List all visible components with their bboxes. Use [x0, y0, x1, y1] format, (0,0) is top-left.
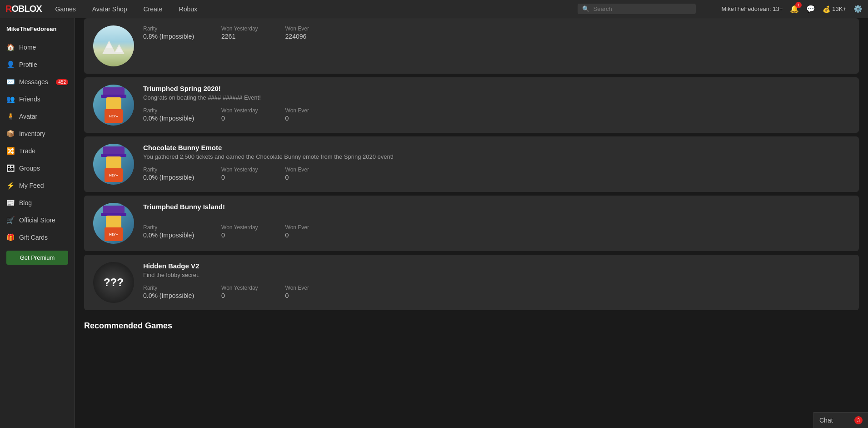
badge-title-2: Chocolate Bunny Emote: [143, 144, 850, 151]
sidebar-label-gift-cards: Gift Cards: [19, 234, 48, 241]
robux-display[interactable]: 💰 13K+: [823, 5, 846, 13]
stat-won-ever-1: Won Ever 0: [285, 107, 309, 122]
sidebar-item-my-feed[interactable]: ⚡ My Feed: [0, 177, 75, 194]
won-ever-label-4: Won Ever: [285, 285, 309, 291]
sidebar-username: MikeTheFedorean: [0, 24, 75, 39]
chat-label: Chat: [819, 417, 833, 424]
sidebar-label-messages: Messages: [19, 78, 48, 86]
badge-info-2: Chocolate Bunny Emote You gathered 2,500…: [143, 144, 850, 181]
badge-card-4: ??? Hidden Badge V2 Find the lobby secre…: [84, 255, 859, 310]
home-icon: 🏠: [6, 43, 15, 51]
won-yesterday-value-4: 0: [221, 292, 258, 299]
badge-desc-4: Find the lobby secret.: [143, 272, 850, 278]
badge-image-3: HEY∞: [93, 203, 134, 244]
badge-stats-0: Rarity 0.8% (Impossible) Won Yesterday 2…: [143, 25, 850, 40]
won-yesterday-label-2: Won Yesterday: [221, 166, 258, 173]
messages-icon: ✉️: [6, 78, 15, 86]
chat-panel[interactable]: Chat 3: [813, 412, 868, 428]
stat-won-yesterday-2: Won Yesterday 0: [221, 166, 258, 181]
sidebar-label-trade: Trade: [19, 147, 35, 155]
recommended-games-title: Recommended Games: [84, 314, 859, 335]
stat-won-yesterday-3: Won Yesterday 0: [221, 224, 258, 239]
won-yesterday-label-3: Won Yesterday: [221, 224, 258, 231]
badge-card-3: HEY∞ Triumphed Bunny Island! Rarity 0.0%…: [84, 196, 859, 251]
nav-avatar-shop[interactable]: Avatar Shop: [90, 4, 130, 15]
roblox-logo: ROBLOX: [5, 4, 42, 14]
search-icon: 🔍: [582, 5, 589, 12]
stat-rarity-4: Rarity 0.0% (Impossible): [143, 285, 194, 299]
stat-won-ever-3: Won Ever 0: [285, 224, 309, 239]
won-ever-value-4: 0: [285, 292, 309, 299]
won-yesterday-label-1: Won Yesterday: [221, 107, 258, 114]
sidebar-item-inventory[interactable]: 📦 Inventory: [0, 125, 75, 142]
sidebar-label-groups: Groups: [19, 165, 40, 172]
gift-cards-icon: 🎁: [6, 233, 15, 242]
search-box: 🔍: [578, 4, 696, 14]
my-feed-icon: ⚡: [6, 181, 15, 190]
search-input[interactable]: [593, 5, 691, 12]
won-yesterday-label-4: Won Yesterday: [221, 285, 258, 291]
profile-icon: 👤: [6, 60, 15, 69]
stat-won-ever-4: Won Ever 0: [285, 285, 309, 299]
robux-icon: 💰: [823, 5, 830, 13]
stat-won-yesterday-1: Won Yesterday 0: [221, 107, 258, 122]
won-ever-label-1: Won Ever: [285, 107, 309, 114]
badge-stats-2: Rarity 0.0% (Impossible) Won Yesterday 0…: [143, 166, 850, 181]
stat-rarity-2: Rarity 0.0% (Impossible): [143, 166, 194, 181]
badge-image-0: [93, 25, 134, 66]
sidebar-label-home: Home: [19, 44, 36, 51]
won-ever-value-2: 0: [285, 174, 309, 181]
sidebar-label-friends: Friends: [19, 96, 40, 103]
sidebar-item-blog[interactable]: 📰 Blog: [0, 194, 75, 211]
sidebar-item-friends[interactable]: 👥 Friends: [0, 91, 75, 108]
nav-robux[interactable]: Robux: [176, 4, 200, 15]
trade-icon: 🔀: [6, 147, 15, 155]
sidebar-item-home[interactable]: 🏠 Home: [0, 39, 75, 56]
won-yesterday-value-3: 0: [221, 232, 258, 239]
nav-create[interactable]: Create: [141, 4, 165, 15]
badge-desc-1: Congrats on beating the #### ###### Even…: [143, 94, 850, 101]
badge-title-3: Triumphed Bunny Island!: [143, 203, 850, 211]
won-ever-label-2: Won Ever: [285, 166, 309, 173]
rarity-value-0: 0.8% (Impossible): [143, 33, 194, 40]
sidebar-label-inventory: Inventory: [19, 130, 45, 137]
badge-image-2: HEY∞: [93, 144, 134, 185]
rarity-value-1: 0.0% (Impossible): [143, 115, 194, 122]
rarity-label-4: Rarity: [143, 285, 194, 291]
robux-amount: 13K+: [832, 5, 846, 12]
stat-won-yesterday-0: Won Yesterday 2261: [221, 25, 258, 40]
notifications-icon[interactable]: 🔔 1: [790, 5, 799, 13]
chat-icon-nav[interactable]: 💬: [806, 5, 815, 13]
sidebar-item-avatar[interactable]: 🧍 Avatar: [0, 108, 75, 125]
sidebar-item-trade[interactable]: 🔀 Trade: [0, 142, 75, 160]
sidebar-item-messages[interactable]: ✉️ Messages 452: [0, 73, 75, 91]
sidebar-item-gift-cards[interactable]: 🎁 Gift Cards: [0, 229, 75, 246]
chat-badge: 3: [854, 416, 863, 424]
stat-rarity-1: Rarity 0.0% (Impossible): [143, 107, 194, 122]
badge-title-1: Triumphed Spring 2020!: [143, 85, 850, 92]
sidebar-label-profile: Profile: [19, 61, 37, 68]
settings-icon[interactable]: ⚙️: [853, 5, 863, 13]
nav-games[interactable]: Games: [53, 4, 79, 15]
user-display-name: MikeTheFedorean: 13+: [721, 5, 783, 12]
blog-icon: 📰: [6, 199, 15, 207]
badge-stats-3: Rarity 0.0% (Impossible) Won Yesterday 0…: [143, 224, 850, 239]
won-ever-label-0: Won Ever: [285, 25, 309, 32]
stat-rarity-0: Rarity 0.8% (Impossible): [143, 25, 194, 40]
sidebar-item-profile[interactable]: 👤 Profile: [0, 56, 75, 73]
rarity-label-0: Rarity: [143, 25, 194, 32]
sidebar-item-groups[interactable]: 👪 Groups: [0, 160, 75, 177]
badge-desc-2: You gathered 2,500 tickets and earned th…: [143, 153, 850, 160]
badge-image-1: HEY∞: [93, 85, 134, 126]
get-premium-button[interactable]: Get Premium: [6, 251, 68, 265]
main-content: Rarity 0.8% (Impossible) Won Yesterday 2…: [75, 18, 868, 428]
badge-stats-4: Rarity 0.0% (Impossible) Won Yesterday 0…: [143, 285, 850, 299]
sidebar-item-official-store[interactable]: 🛒 Official Store: [0, 211, 75, 229]
rarity-label-3: Rarity: [143, 224, 194, 231]
badge-card-2: HEY∞ Chocolate Bunny Emote You gathered …: [84, 136, 859, 192]
badge-info-3: Triumphed Bunny Island! Rarity 0.0% (Imp…: [143, 203, 850, 239]
stat-won-ever-0: Won Ever 224096: [285, 25, 309, 40]
badge-card-1: HEY∞ Triumphed Spring 2020! Congrats on …: [84, 77, 859, 133]
hidden-badge-icon: ???: [104, 276, 124, 289]
top-navigation: ROBLOX Games Avatar Shop Create Robux 🔍 …: [0, 0, 868, 18]
